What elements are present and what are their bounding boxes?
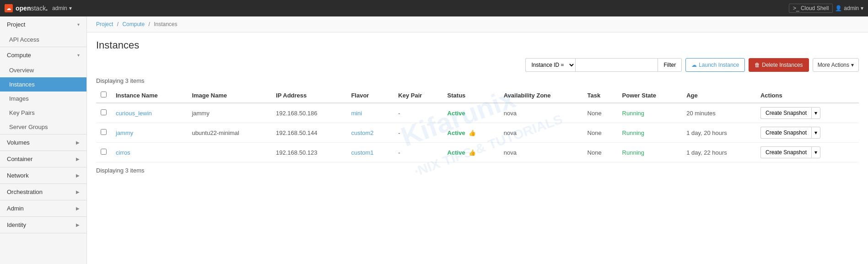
action-dropdown-caret[interactable]: ▾ (811, 127, 820, 139)
filter-select[interactable]: Instance ID = (525, 58, 575, 72)
sidebar-admin-header[interactable]: Admin ▶ (0, 200, 86, 216)
sidebar-orchestration-header[interactable]: Orchestration ▶ (0, 184, 86, 200)
network-chevron-icon: ▶ (76, 173, 80, 178)
breadcrumb-compute[interactable]: Compute (122, 21, 145, 27)
row-checkbox-cell (96, 123, 111, 143)
sidebar-volumes-header[interactable]: Volumes ▶ (0, 135, 86, 151)
sidebar-project-header[interactable]: Project ▾ (0, 16, 86, 32)
row-status: Active 👍 (443, 123, 499, 143)
sidebar-section-orchestration: Orchestration ▶ (0, 184, 86, 200)
sidebar-section-container: Container ▶ (0, 151, 86, 167)
sidebar-section-compute: Compute ▾ Overview Instances Images Key … (0, 47, 86, 135)
search-input[interactable] (575, 58, 658, 72)
breadcrumb-sep-2: / (148, 21, 150, 27)
filter-button[interactable]: Filter (658, 58, 682, 72)
row-status: Active (443, 103, 499, 123)
status-badge: Active (447, 149, 465, 156)
row-checkbox-0[interactable] (101, 109, 107, 115)
row-image-name (187, 143, 271, 162)
status-icon: 👍 (469, 129, 476, 136)
row-key-pair: - (394, 143, 442, 162)
select-all-checkbox[interactable] (101, 92, 107, 97)
more-actions-button[interactable]: More Actions ▾ (813, 58, 859, 72)
row-status: Active 👍 (443, 143, 499, 162)
delete-instances-button[interactable]: 🗑 Delete Instances (749, 58, 809, 72)
navbar-left: ☁ openstack. admin ▾ (5, 4, 72, 12)
main-content: Project / Compute / Instances Instances … (87, 16, 868, 264)
sidebar-item-api-access[interactable]: API Access (0, 32, 86, 47)
instances-table: Instance Name Image Name IP Address Flav… (96, 88, 859, 162)
sidebar-item-instances[interactable]: Instances (0, 77, 86, 92)
sidebar-container-header[interactable]: Container ▶ (0, 151, 86, 167)
th-key-pair: Key Pair (394, 88, 442, 103)
row-power-state: Running (618, 143, 682, 162)
breadcrumb-sep-1: / (117, 21, 119, 27)
breadcrumb: Project / Compute / Instances (87, 16, 868, 32)
sidebar-network-label: Network (7, 172, 29, 179)
user-menu[interactable]: 👤 admin ▾ (835, 5, 863, 11)
sidebar-volumes-label: Volumes (7, 139, 30, 146)
action-btn-group: Create Snapshot ▾ (760, 107, 854, 119)
sidebar-item-overview[interactable]: Overview (0, 63, 86, 77)
flavor-link[interactable]: mini (351, 110, 362, 117)
row-checkbox-2[interactable] (101, 149, 107, 155)
th-status: Status (443, 88, 499, 103)
instance-name-link[interactable]: jammy (116, 129, 133, 136)
row-availability-zone: nova (499, 143, 583, 162)
instance-name-link[interactable]: cirros (116, 149, 130, 156)
action-dropdown-caret[interactable]: ▾ (811, 146, 820, 158)
navbar-right: >_ Cloud Shell 👤 admin ▾ (789, 4, 863, 13)
sidebar-section-admin: Admin ▶ (0, 200, 86, 217)
th-image-name: Image Name (187, 88, 271, 103)
row-checkbox-1[interactable] (101, 129, 107, 135)
user-label: admin (844, 5, 859, 11)
sidebar-item-server-groups[interactable]: Server Groups (0, 120, 86, 134)
displaying-count-top: Displaying 3 items (96, 77, 859, 84)
row-age: 1 day, 22 hours (682, 143, 756, 162)
admin-menu[interactable]: admin ▾ (52, 5, 72, 11)
toolbar: Instance ID = Filter ☁ Launch Instance 🗑… (96, 58, 859, 72)
cloud-icon: ☁ (691, 62, 697, 68)
cloudshell-button[interactable]: >_ Cloud Shell (789, 4, 833, 13)
sidebar-item-images[interactable]: Images (0, 92, 86, 106)
sidebar: Project ▾ API Access Compute ▾ Overview … (0, 16, 87, 264)
admin-chevron: ▾ (69, 5, 72, 11)
sidebar-item-key-pairs[interactable]: Key Pairs (0, 106, 86, 120)
sidebar-compute-label: Compute (7, 52, 31, 59)
table-header-row: Instance Name Image Name IP Address Flav… (96, 88, 859, 103)
row-key-pair: - (394, 123, 442, 143)
action-dropdown-caret[interactable]: ▾ (811, 107, 820, 119)
create-snapshot-button[interactable]: Create Snapshot (760, 127, 811, 139)
table-row: jammy ubuntu22-minimal 192.168.50.144 cu… (96, 123, 859, 143)
th-flavor: Flavor (346, 88, 394, 103)
status-badge: Active (447, 129, 465, 136)
navbar-brand: ☁ openstack. (5, 4, 48, 12)
flavor-link[interactable]: custom1 (351, 149, 373, 156)
row-actions: Create Snapshot ▾ (756, 123, 859, 143)
launch-instance-button[interactable]: ☁ Launch Instance (685, 58, 745, 72)
action-btn-group: Create Snapshot ▾ (760, 146, 854, 158)
orchestration-chevron-icon: ▶ (76, 189, 80, 194)
sidebar-compute-header[interactable]: Compute ▾ (0, 47, 86, 63)
admin-chevron-icon: ▶ (76, 206, 80, 211)
sidebar-network-header[interactable]: Network ▶ (0, 167, 86, 183)
row-instance-name: cirros (111, 143, 187, 162)
flavor-link[interactable]: custom2 (351, 129, 373, 136)
row-checkbox-cell (96, 103, 111, 123)
instance-name-link[interactable]: curious_lewin (116, 110, 152, 117)
power-state-value: Running (622, 129, 644, 136)
th-task: Task (583, 88, 618, 103)
row-ip-address: 192.168.50.144 (271, 123, 346, 143)
sidebar-section-project: Project ▾ API Access (0, 16, 86, 47)
sidebar-orchestration-label: Orchestration (7, 189, 43, 195)
page-title: Instances (96, 39, 859, 51)
action-btn-group: Create Snapshot ▾ (760, 127, 854, 139)
breadcrumb-project[interactable]: Project (96, 21, 113, 27)
brand-name: openstack. (16, 5, 48, 12)
sidebar-identity-header[interactable]: Identity ▶ (0, 217, 86, 233)
row-flavor: custom1 (346, 143, 394, 162)
create-snapshot-button[interactable]: Create Snapshot (760, 146, 811, 158)
row-actions: Create Snapshot ▾ (756, 143, 859, 162)
create-snapshot-button[interactable]: Create Snapshot (760, 107, 811, 119)
sidebar-container-label: Container (7, 156, 32, 162)
